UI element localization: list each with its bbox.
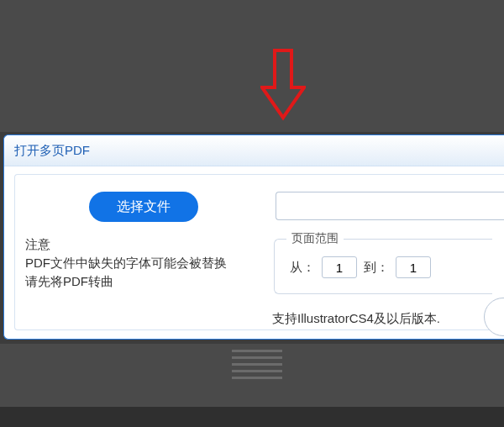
background-document-icon	[232, 350, 282, 387]
file-path-input[interactable]	[276, 192, 504, 220]
annotation-down-arrow-icon	[260, 49, 306, 121]
page-to-input[interactable]	[396, 256, 431, 278]
note-heading: 注意	[25, 235, 244, 254]
note-line: PDF文件中缺失的字体可能会被替换	[25, 254, 244, 272]
page-from-input[interactable]	[322, 256, 357, 278]
dialog-body: 选择文件 注意 PDF文件中缺失的字体可能会被替换 请先将PDF转曲 页面范围 …	[14, 174, 504, 330]
from-label: 从：	[290, 260, 315, 276]
support-text: 支持IllustratorCS4及以后版本.	[272, 311, 440, 327]
note-line: 请先将PDF转曲	[25, 272, 244, 291]
page-range-legend: 页面范围	[286, 231, 344, 246]
round-action-button[interactable]	[484, 298, 504, 336]
to-label: 到：	[364, 260, 389, 276]
note-block: 注意 PDF文件中缺失的字体可能会被替换 请先将PDF转曲	[25, 235, 244, 291]
choose-file-button[interactable]: 选择文件	[89, 192, 198, 222]
open-multipage-pdf-dialog: 打开多页PDF 选择文件 注意 PDF文件中缺失的字体可能会被替换 请先将PDF…	[3, 134, 504, 340]
page-range-group: 页面范围 从： 到：	[274, 239, 492, 294]
app-bottom-bar	[0, 407, 504, 427]
dialog-title: 打开多页PDF	[4, 135, 504, 166]
